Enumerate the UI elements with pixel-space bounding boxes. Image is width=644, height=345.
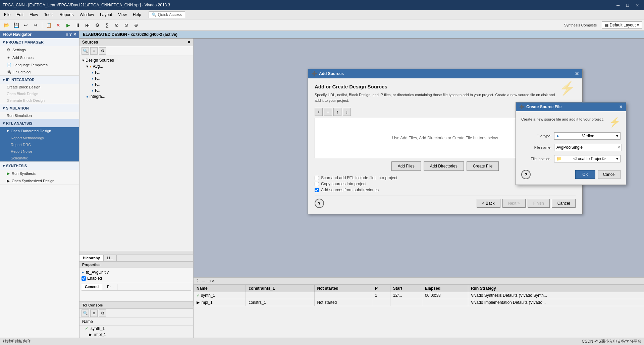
nav-section-title-rtl-analysis[interactable]: ▾ RTL ANALYSIS [0, 119, 79, 127]
nav-section-title-project-manager[interactable]: ▾ PROJECT MANAGER [0, 38, 79, 46]
nav-section-title-simulation[interactable]: ▾ SIMULATION [0, 104, 79, 112]
ok-button[interactable]: OK [575, 170, 595, 179]
chevron-down-icon: ▾ [3, 121, 5, 126]
nav-item-open-block-design[interactable]: Open Block Design [0, 90, 79, 97]
file-type-dropdown[interactable]: ● Verilog ▾ [554, 132, 621, 140]
nav-item-settings[interactable]: ⚙ Settings [0, 46, 79, 54]
toolbar-pause[interactable]: ⏸ [73, 21, 82, 29]
tree-item-integra[interactable]: ● integra... [81, 93, 192, 99]
finish-button[interactable]: Finish [528, 199, 550, 208]
back-button[interactable]: < Back [477, 199, 500, 208]
create-source-cancel-button[interactable]: Cancel [598, 170, 621, 179]
properties-enabled-checkbox[interactable] [82, 276, 86, 281]
menu-help[interactable]: Help [130, 11, 144, 18]
layout-dropdown[interactable]: ▦ Default Layout ▾ [602, 21, 642, 29]
tcl-impl1-row[interactable]: ▶ impl_1 [79, 332, 193, 338]
scan-rtl-checkbox[interactable] [315, 176, 319, 180]
file-name-input[interactable] [554, 144, 622, 151]
toolbar-undo[interactable]: ↩ [21, 21, 30, 29]
nav-section-title-synthesis[interactable]: ▾ SYNTHESIS [0, 162, 79, 170]
sources-close-icon[interactable]: ✕ [187, 40, 191, 45]
toolbar-delete[interactable]: ✕ [54, 21, 63, 29]
add-sources-close-icon[interactable]: ✕ [575, 71, 579, 76]
toolbar-open[interactable]: 📂 [2, 21, 11, 29]
menu-window[interactable]: Window [77, 11, 97, 18]
remove-file-btn[interactable]: − [324, 108, 332, 116]
quick-access-bar[interactable]: 🔍 Quick Access [149, 11, 185, 18]
toolbar-more2[interactable]: ⊘ [122, 21, 131, 29]
toolbar-step[interactable]: ⏭ [83, 21, 92, 29]
nav-item-generate-block-design[interactable]: Generate Block Design [0, 97, 79, 104]
tab-libraries[interactable]: Li... [104, 255, 117, 261]
table-row-synth[interactable]: ✓ synth_1 1 12/... 00:00:38 Vivado Synth… [194, 292, 644, 299]
menu-layout[interactable]: Layout [97, 11, 115, 18]
menu-flow[interactable]: Flow [27, 11, 41, 18]
toolbar-save[interactable]: 💾 [12, 21, 20, 29]
clear-input-icon[interactable]: ✕ [617, 145, 621, 150]
nav-section-title-ip-integrator[interactable]: ▾ IP INTEGRATOR [0, 76, 79, 84]
table-close-icon[interactable]: ✕ [212, 279, 215, 283]
nav-item-run-simulation[interactable]: Run Simulation [0, 112, 79, 119]
nav-item-open-elaborated-design[interactable]: ▾ Open Elaborated Design [0, 127, 79, 135]
add-subdirs-checkbox[interactable] [315, 188, 319, 192]
close-button[interactable]: ✕ [634, 2, 641, 8]
copy-sources-checkbox[interactable] [315, 182, 319, 186]
tree-item-f1[interactable]: ● F... [81, 69, 192, 75]
tree-item-f4[interactable]: ● F... [81, 87, 192, 93]
tcl-settings-btn[interactable]: ⚙ [99, 309, 106, 317]
nav-item-language-templates[interactable]: 📄 Language Templates [0, 61, 79, 68]
sources-search-btn[interactable]: 🔍 [82, 47, 89, 55]
tree-item-design-sources[interactable]: ▾ Design Sources [81, 57, 192, 63]
nav-item-schematic[interactable]: Schematic [0, 155, 79, 161]
tree-item-f3[interactable]: ● F... [81, 81, 192, 87]
flow-nav-help-icon[interactable]: ? [69, 32, 72, 37]
flow-nav-close-icon[interactable]: ✕ [73, 32, 76, 37]
tcl-filter-btn[interactable]: ≡ [90, 309, 98, 317]
nav-item-add-sources[interactable]: ＋ Add Sources [0, 54, 79, 61]
toolbar-report[interactable]: ∑ [103, 21, 111, 29]
move-up-btn[interactable]: ↑ [333, 108, 341, 116]
create-source-close-icon[interactable]: ✕ [619, 105, 623, 109]
tcl-search-btn[interactable]: 🔍 [82, 309, 89, 317]
nav-item-create-block-design[interactable]: Create Block Design [0, 84, 79, 90]
add-directories-button[interactable]: Add Directories [424, 161, 464, 171]
minimize-button[interactable]: ─ [614, 2, 622, 8]
file-location-dropdown[interactable]: 📁 <Local to Project> ▾ [554, 155, 621, 162]
create-file-button[interactable]: Create File [467, 161, 499, 171]
menu-reports[interactable]: Reports [57, 11, 76, 18]
toolbar-more1[interactable]: ⊘ [112, 21, 121, 29]
toolbar-more3[interactable]: ⊕ [132, 21, 141, 29]
move-down-btn[interactable]: ↓ [343, 108, 351, 116]
next-button[interactable]: Next > [502, 199, 526, 208]
tree-item-f2[interactable]: ● F... [81, 75, 192, 81]
toolbar-copy[interactable]: 📋 [44, 21, 53, 29]
nav-item-open-synthesized-design[interactable]: ▶ Open Synthesized Design [0, 177, 79, 185]
tab-hierarchy[interactable]: Hierarchy [79, 255, 104, 261]
nav-item-report-drc[interactable]: Report DRC [0, 141, 79, 148]
toolbar-redo[interactable]: ↪ [31, 21, 40, 29]
menu-file[interactable]: File [1, 11, 13, 18]
create-source-help-btn[interactable]: ? [521, 170, 531, 179]
tree-item-avg[interactable]: ▾ ● Avg... [81, 63, 192, 69]
menu-edit[interactable]: Edit [14, 11, 26, 18]
toolbar-settings[interactable]: ⚙ [93, 21, 102, 29]
menu-view[interactable]: View [115, 11, 129, 18]
add-file-plus-btn[interactable]: + [315, 108, 323, 116]
nav-item-report-methodology[interactable]: Report Methodology [0, 135, 79, 141]
tab-properties[interactable]: Pr... [104, 284, 117, 290]
nav-item-report-noise[interactable]: Report Noise [0, 148, 79, 155]
table-row-impl[interactable]: ▶ impl_1 constrs_1 Not started Vivado Im… [194, 299, 644, 306]
tcl-synth1-row[interactable]: ✓ synth_1 [79, 326, 193, 332]
flow-nav-pin-icon[interactable]: ≡ [66, 32, 68, 37]
sources-filter-btn[interactable]: ≡ [90, 47, 98, 55]
menu-tools[interactable]: Tools [41, 11, 56, 18]
tab-general[interactable]: General [82, 284, 102, 290]
toolbar-run-green[interactable]: ▶ [64, 21, 72, 29]
nav-item-run-synthesis[interactable]: ▶ Run Synthesis [0, 170, 79, 177]
help-button[interactable]: ? [315, 199, 324, 208]
maximize-button[interactable]: □ [624, 2, 631, 8]
nav-item-ip-catalog[interactable]: 🔌 IP Catalog [0, 68, 79, 75]
sources-options-btn[interactable]: ⚙ [99, 47, 106, 55]
add-files-button[interactable]: Add Files [391, 161, 421, 171]
cancel-button[interactable]: Cancel [552, 199, 576, 208]
